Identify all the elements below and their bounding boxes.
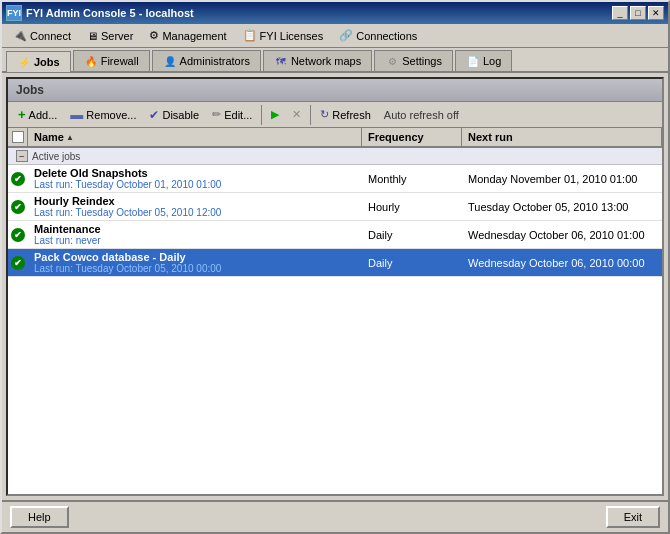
window-title: FYI Admin Console 5 - localhost (26, 7, 194, 19)
add-icon: + (18, 107, 26, 122)
row-name-cell: Hourly Reindex Last run: Tuesday October… (28, 193, 362, 220)
row-next-run-cell: Tuesday October 05, 2010 13:00 (462, 193, 662, 220)
management-button[interactable]: ⚙ Management (142, 26, 233, 45)
top-toolbar: 🔌 Connect 🖥 Server ⚙ Management 📋 FYI Li… (2, 24, 668, 48)
table-row[interactable]: ✔ Maintenance Last run: never Daily Wedn… (8, 221, 662, 249)
collapse-active-jobs-button[interactable]: − (16, 150, 28, 162)
main-window: FYI FYI Admin Console 5 - localhost _ □ … (0, 0, 670, 534)
fyi-licenses-button[interactable]: 📋 FYI Licenses (236, 26, 331, 45)
th-frequency: Frequency (362, 128, 462, 146)
tab-jobs[interactable]: ⚡ Jobs (6, 51, 71, 72)
play-icon: ▶ (271, 108, 279, 121)
connect-icon: 🔌 (13, 29, 27, 42)
stop-button[interactable]: ✕ (286, 105, 307, 124)
table-header: Name ▲ Frequency Next run (8, 128, 662, 148)
firewall-tab-icon: 🔥 (84, 54, 98, 68)
settings-tab-icon: ⚙ (385, 54, 399, 68)
tab-firewall[interactable]: 🔥 Firewall (73, 50, 150, 71)
connections-icon: 🔗 (339, 29, 353, 42)
toolbar-separator-2 (310, 105, 311, 125)
management-icon: ⚙ (149, 29, 159, 42)
job-lastrun: Last run: Tuesday October 05, 2010 12:00 (34, 207, 356, 218)
row-next-run-cell: Wednesday October 06, 2010 01:00 (462, 221, 662, 248)
row-name-cell: Pack Cowco database - Daily Last run: Tu… (28, 249, 362, 276)
header-checkbox[interactable] (12, 131, 24, 143)
tab-log[interactable]: 📄 Log (455, 50, 512, 71)
status-ok-icon: ✔ (11, 256, 25, 270)
server-icon: 🖥 (87, 30, 98, 42)
job-name: Hourly Reindex (34, 195, 356, 207)
status-ok-icon: ✔ (11, 172, 25, 186)
row-frequency-cell: Daily (362, 249, 462, 276)
add-button[interactable]: + Add... (12, 104, 63, 125)
title-bar: FYI FYI Admin Console 5 - localhost _ □ … (2, 2, 668, 24)
disable-icon: ✔ (149, 108, 159, 122)
toolbar-separator (261, 105, 262, 125)
network-maps-tab-icon: 🗺 (274, 54, 288, 68)
jobs-table: Name ▲ Frequency Next run − Active jobs … (8, 128, 662, 494)
fyi-licenses-icon: 📋 (243, 29, 257, 42)
th-next-run: Next run (462, 128, 662, 146)
disable-button[interactable]: ✔ Disable (143, 105, 205, 125)
app-icon: FYI (6, 5, 22, 21)
administrators-tab-icon: 👤 (163, 54, 177, 68)
table-row[interactable]: ✔ Pack Cowco database - Daily Last run: … (8, 249, 662, 277)
job-lastrun: Last run: never (34, 235, 356, 246)
exit-button[interactable]: Exit (606, 506, 660, 528)
row-icon-cell: ✔ (8, 193, 28, 220)
jobs-tab-icon: ⚡ (17, 55, 31, 69)
job-lastrun: Last run: Tuesday October 05, 2010 00:00 (34, 263, 356, 274)
bottom-bar: Help Exit (2, 500, 668, 532)
job-name: Maintenance (34, 223, 356, 235)
edit-button[interactable]: ✏ Edit... (206, 105, 258, 124)
play-button[interactable]: ▶ (265, 105, 285, 124)
sort-arrow-icon: ▲ (66, 133, 74, 142)
tab-bar: ⚡ Jobs 🔥 Firewall 👤 Administrators 🗺 Net… (2, 48, 668, 73)
job-lastrun: Last run: Tuesday October 01, 2010 01:00 (34, 179, 356, 190)
remove-icon: ▬ (70, 107, 83, 122)
table-row[interactable]: ✔ Hourly Reindex Last run: Tuesday Octob… (8, 193, 662, 221)
stop-icon: ✕ (292, 108, 301, 121)
tab-administrators[interactable]: 👤 Administrators (152, 50, 261, 71)
edit-icon: ✏ (212, 108, 221, 121)
connect-button[interactable]: 🔌 Connect (6, 26, 78, 45)
status-ok-icon: ✔ (11, 228, 25, 242)
refresh-button[interactable]: ↻ Refresh (314, 105, 377, 124)
action-toolbar: + Add... ▬ Remove... ✔ Disable ✏ Edit...… (8, 102, 662, 128)
row-frequency-cell: Daily (362, 221, 462, 248)
row-next-run-cell: Wednesday October 06, 2010 00:00 (462, 249, 662, 276)
row-name-cell: Maintenance Last run: never (28, 221, 362, 248)
row-icon-cell: ✔ (8, 221, 28, 248)
th-name: Name ▲ (28, 128, 362, 146)
row-icon-cell: ✔ (8, 165, 28, 192)
job-name: Pack Cowco database - Daily (34, 251, 356, 263)
row-icon-cell: ✔ (8, 249, 28, 276)
tab-network-maps[interactable]: 🗺 Network maps (263, 50, 372, 71)
row-name-cell: Delete Old Snapshots Last run: Tuesday O… (28, 165, 362, 192)
connections-button[interactable]: 🔗 Connections (332, 26, 424, 45)
server-button[interactable]: 🖥 Server (80, 27, 140, 45)
status-ok-icon: ✔ (11, 200, 25, 214)
th-checkbox (8, 128, 28, 146)
active-jobs-section: − Active jobs (8, 148, 662, 165)
help-button[interactable]: Help (10, 506, 69, 528)
row-frequency-cell: Hourly (362, 193, 462, 220)
row-next-run-cell: Monday November 01, 2010 01:00 (462, 165, 662, 192)
job-name: Delete Old Snapshots (34, 167, 356, 179)
minimize-button[interactable]: _ (612, 6, 628, 20)
log-tab-icon: 📄 (466, 54, 480, 68)
auto-refresh-label: Auto refresh off (378, 107, 465, 123)
row-frequency-cell: Monthly (362, 165, 462, 192)
refresh-icon: ↻ (320, 108, 329, 121)
close-button[interactable]: ✕ (648, 6, 664, 20)
remove-button[interactable]: ▬ Remove... (64, 104, 142, 125)
main-panel: Jobs + Add... ▬ Remove... ✔ Disable ✏ Ed… (6, 77, 664, 496)
panel-header: Jobs (8, 79, 662, 102)
maximize-button[interactable]: □ (630, 6, 646, 20)
table-row[interactable]: ✔ Delete Old Snapshots Last run: Tuesday… (8, 165, 662, 193)
tab-settings[interactable]: ⚙ Settings (374, 50, 453, 71)
